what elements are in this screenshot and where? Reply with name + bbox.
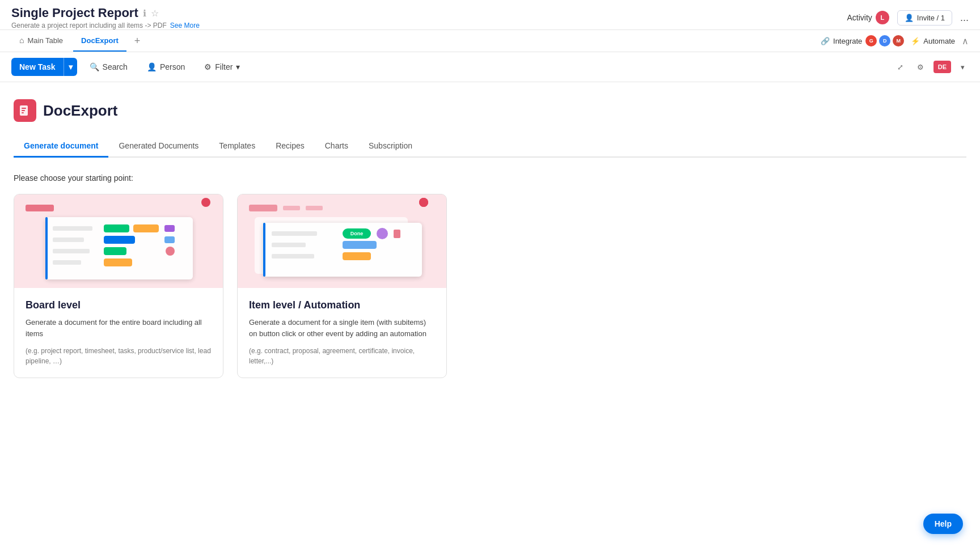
svg-rect-6 (26, 205, 54, 211)
svg-rect-29 (272, 231, 317, 236)
svg-rect-3 (22, 112, 24, 113)
inner-tab-subscription-label: Subscription (369, 141, 412, 150)
item-level-desc: Generate a document for a single item (w… (249, 317, 435, 339)
inner-tab-subscription[interactable]: Subscription (358, 135, 423, 158)
star-icon[interactable]: ☆ (151, 8, 159, 19)
integrate-label: Integrate (833, 37, 862, 45)
collapse-button[interactable]: ∧ (962, 36, 969, 46)
tab-docexport[interactable]: DocExport (73, 31, 126, 52)
info-icon[interactable]: ℹ (143, 8, 146, 19)
svg-rect-15 (53, 249, 90, 253)
board-level-desc: Generate a document for the entire board… (26, 317, 212, 339)
integrate-button[interactable]: 🔗 Integrate G D M (821, 35, 904, 46)
starting-point-label: Please choose your starting point: (14, 173, 966, 183)
svg-rect-20 (45, 217, 48, 279)
automate-label: Automate (923, 37, 955, 45)
inner-tab-generate-label: Generate document (24, 141, 98, 150)
item-level-title: Item level / Automation (249, 299, 435, 311)
bolt-icon: ⚡ (911, 37, 920, 45)
svg-rect-18 (53, 260, 81, 265)
invite-label: Invite / 1 (917, 14, 945, 22)
drive-icon: D (879, 35, 890, 46)
toolbar-right: ⤢ ⚙ DE ▾ (893, 59, 969, 75)
activity-avatar: L (876, 11, 889, 24)
new-task-dropdown-arrow[interactable]: ▾ (64, 58, 77, 76)
inner-tab-charts[interactable]: Charts (315, 135, 358, 158)
new-task-button[interactable]: New Task ▾ (11, 58, 77, 76)
inner-tab-charts-label: Charts (325, 141, 348, 150)
svg-rect-19 (104, 258, 132, 266)
tab-main-table-label: Main Table (27, 36, 63, 45)
search-icon: 🔍 (90, 62, 99, 71)
tab-docexport-label: DocExport (81, 36, 119, 45)
tab-bar-right: 🔗 Integrate G D M ⚡ Automate ∧ (821, 35, 969, 46)
board-level-card[interactable]: Board level Generate a document for the … (14, 194, 223, 378)
link-icon: 🔗 (821, 37, 830, 45)
new-task-label: New Task (11, 58, 64, 76)
svg-rect-9 (104, 224, 129, 232)
svg-text:Done: Done (350, 231, 364, 236)
add-tab-button[interactable]: + (129, 31, 146, 52)
svg-point-5 (201, 198, 210, 207)
svg-rect-14 (164, 236, 175, 243)
svg-point-17 (166, 247, 175, 256)
svg-rect-13 (104, 236, 135, 244)
svg-rect-10 (133, 224, 159, 232)
svg-rect-33 (394, 230, 400, 238)
filter-arrow: ▾ (236, 62, 240, 71)
header-right: Activity L 👤 Invite / 1 ... (847, 10, 969, 26)
inner-tab-templates[interactable]: Templates (209, 135, 265, 158)
settings-icon[interactable]: ⚙ (913, 59, 928, 75)
header-left: Single Project Report ℹ ☆ Generate a pro… (11, 6, 200, 29)
item-level-image: Done (238, 194, 446, 288)
inner-tabs: Generate document Generated Documents Te… (14, 135, 966, 158)
svg-rect-24 (249, 205, 277, 211)
inner-tab-generated-label: Generated Documents (119, 141, 198, 150)
subtitle-text: Generate a project report including all … (11, 22, 167, 29)
subtitle: Generate a project report including all … (11, 22, 200, 29)
search-label: Search (103, 62, 128, 71)
svg-rect-38 (263, 223, 265, 277)
automate-button[interactable]: ⚡ Automate (911, 37, 955, 45)
expand-icon[interactable]: ⤢ (893, 59, 907, 75)
inner-tab-recipes[interactable]: Recipes (265, 135, 315, 158)
page-title: Single Project Report (11, 6, 138, 20)
board-level-image (14, 194, 223, 288)
svg-rect-26 (306, 206, 323, 210)
home-icon: ⌂ (19, 36, 24, 45)
main-content: DocExport Generate document Generated Do… (0, 82, 980, 395)
svg-rect-1 (22, 108, 26, 109)
filter-icon: ⚙ (204, 62, 212, 71)
svg-rect-37 (343, 252, 371, 260)
person-icon-invite: 👤 (905, 14, 914, 22)
filter-label: Filter (215, 62, 233, 71)
inner-tab-recipes-label: Recipes (276, 141, 305, 150)
inner-tab-generated[interactable]: Generated Documents (108, 135, 209, 158)
svg-point-32 (377, 228, 388, 239)
tab-bar: ⌂ Main Table DocExport + 🔗 Integrate G D… (0, 30, 980, 52)
svg-rect-11 (164, 225, 175, 232)
tab-main-table[interactable]: ⌂ Main Table (11, 30, 71, 52)
activity-button[interactable]: Activity L (847, 11, 889, 24)
filter-button[interactable]: ⚙ Filter ▾ (197, 58, 247, 75)
integration-icons: G D M (865, 35, 904, 46)
activity-label: Activity (847, 13, 872, 22)
docexport-logo (14, 99, 36, 122)
invite-button[interactable]: 👤 Invite / 1 (897, 10, 952, 26)
item-level-body: Item level / Automation Generate a docum… (238, 288, 446, 378)
svg-rect-35 (343, 241, 377, 249)
person-button[interactable]: 👤 Person (140, 58, 192, 75)
search-button[interactable]: 🔍 Search (83, 58, 134, 75)
board-level-title: Board level (26, 299, 212, 311)
view-arrow-icon[interactable]: ▾ (957, 59, 969, 75)
docexport-app-icon[interactable]: DE (933, 61, 951, 73)
inner-tab-templates-label: Templates (219, 141, 255, 150)
see-more-link[interactable]: See More (170, 22, 200, 29)
svg-point-23 (419, 198, 428, 207)
more-options-button[interactable]: ... (960, 12, 969, 24)
inner-tab-generate[interactable]: Generate document (14, 135, 108, 158)
top-header: Single Project Report ℹ ☆ Generate a pro… (0, 0, 980, 30)
item-level-card[interactable]: Done (237, 194, 447, 378)
cards-container: Board level Generate a document for the … (14, 194, 966, 378)
svg-rect-2 (22, 110, 25, 111)
